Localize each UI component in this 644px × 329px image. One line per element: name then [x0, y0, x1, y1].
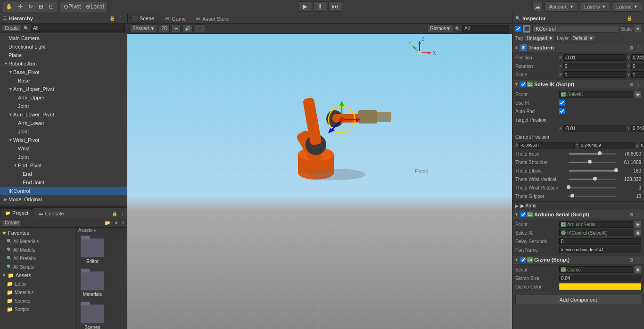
- project-create-button[interactable]: Create: [2, 219, 22, 226]
- tree-item-main-camera[interactable]: Main Camera: [0, 34, 127, 42]
- all-materials-item[interactable]: 🔍 All Materials: [0, 237, 75, 246]
- theta-elbow-slider[interactable]: [569, 170, 616, 172]
- theta-shoulder-slider[interactable]: [569, 162, 616, 163]
- gizmo-enabled-checkbox[interactable]: [520, 257, 526, 263]
- current-x-input[interactable]: [519, 142, 575, 148]
- local-button[interactable]: ⊕ Local: [84, 2, 106, 11]
- theta-wrist-v-slider[interactable]: [569, 179, 616, 180]
- transform-component-header[interactable]: ▼ ⊞ Transform ⚙ ⋮: [512, 43, 644, 52]
- assets-editor-item[interactable]: 📁 Editor: [0, 280, 75, 288]
- step-button[interactable]: ⏭: [328, 1, 342, 12]
- layers-dropdown[interactable]: Layers ▼: [580, 1, 610, 12]
- gizmo-script-select-button[interactable]: ◉: [635, 266, 641, 273]
- target-x-input[interactable]: [563, 125, 626, 132]
- asset-folder-scenes[interactable]: Scenes: [79, 303, 106, 329]
- target-y-input[interactable]: [631, 125, 644, 132]
- tree-item-plane[interactable]: Plane: [0, 51, 127, 59]
- gameobject-name-field[interactable]: [532, 25, 619, 33]
- tree-item-joint-1[interactable]: Joint: [0, 102, 127, 110]
- assets-root-item[interactable]: ▼ 📁 Assets: [0, 271, 75, 280]
- script-select-button[interactable]: ◉: [635, 91, 641, 98]
- theta-gripper-slider[interactable]: [569, 196, 616, 197]
- hierarchy-search-input[interactable]: [31, 25, 125, 32]
- theta-wrist-r-slider[interactable]: [569, 187, 616, 189]
- inspector-lock-button[interactable]: 🔒: [626, 15, 633, 21]
- static-dropdown-button[interactable]: ▼: [635, 25, 641, 32]
- assets-scripts-item[interactable]: 📁 Scripts: [0, 305, 75, 313]
- project-star-button[interactable]: ★: [113, 220, 119, 226]
- gameobject-active-checkbox[interactable]: [515, 26, 521, 32]
- theta-base-slider[interactable]: [569, 153, 616, 155]
- current-z-input[interactable]: [640, 142, 644, 148]
- tree-item-directional-light[interactable]: Directional Light: [0, 42, 127, 51]
- pos-x-input[interactable]: [563, 54, 626, 61]
- tree-item-arm-upper-pivot[interactable]: ▼ Arm_Upper_Pivot: [0, 85, 127, 93]
- all-scripts-item[interactable]: 🔍 All Scripts: [0, 263, 75, 271]
- assets-scenes-item[interactable]: 📁 Scenes: [0, 296, 75, 305]
- tag-dropdown[interactable]: Untagged ▼: [525, 35, 555, 42]
- project-folder-button[interactable]: 📂: [104, 220, 111, 226]
- rot-x-input[interactable]: [563, 63, 626, 69]
- effects-button[interactable]: ⬛: [195, 25, 205, 33]
- asset-folder-materials[interactable]: Materials: [79, 270, 106, 298]
- layout-dropdown[interactable]: Layout ▼: [612, 1, 642, 12]
- cloud-button[interactable]: ☁: [532, 2, 543, 11]
- lighting-button[interactable]: ☀: [172, 25, 181, 33]
- hierarchy-lock-button[interactable]: 🔒: [108, 15, 116, 21]
- gizmos-button[interactable]: Gizmos ▼: [428, 25, 453, 33]
- project-lock-button[interactable]: 🔒: [111, 211, 118, 217]
- project-menu-button[interactable]: ⋮: [119, 211, 126, 217]
- tree-item-robotic-arm[interactable]: ▼ Robotic Arm: [0, 59, 127, 68]
- scale-x-input[interactable]: [563, 71, 626, 78]
- arduino-script-select-button[interactable]: ◉: [635, 221, 641, 228]
- gizmo-component-header[interactable]: ▼ C# Gizmo (Script) ⚙ ⋮: [512, 255, 644, 264]
- tree-item-wrist[interactable]: Wrist: [0, 144, 127, 153]
- pause-button[interactable]: ⏸: [313, 1, 327, 12]
- tree-item-model-original[interactable]: ▶ Model Original: [0, 195, 127, 204]
- gizmo-size-input[interactable]: [559, 275, 641, 281]
- asset-folder-editor[interactable]: Editor: [79, 237, 106, 265]
- hierarchy-tree[interactable]: Main Camera Directional Light Plane ▼ Ro…: [0, 33, 127, 206]
- gizmo-settings-button[interactable]: ⚙: [628, 257, 635, 263]
- pos-y-input[interactable]: [631, 54, 644, 61]
- tree-item-arm-upper[interactable]: Arm_Upper: [0, 93, 127, 102]
- project-info-button[interactable]: ℹ: [121, 220, 125, 226]
- port-input[interactable]: [559, 247, 641, 253]
- play-button[interactable]: ▶: [298, 1, 312, 12]
- move-tool-button[interactable]: ✛: [16, 2, 25, 11]
- inspector-menu-button[interactable]: ⋮: [635, 15, 641, 21]
- auto-end-checkbox[interactable]: [559, 108, 565, 114]
- tree-item-arm-lower[interactable]: Arm_Lower: [0, 119, 127, 127]
- transform-menu-button[interactable]: ⋮: [636, 45, 642, 50]
- current-y-input[interactable]: [579, 142, 635, 148]
- tree-item-ikcontrol[interactable]: IKControl: [0, 187, 127, 195]
- tree-item-arm-lower-pivot[interactable]: ▼ Arm_Lower_Pivot: [0, 110, 127, 119]
- hand-tool-button[interactable]: ✋: [4, 2, 15, 11]
- add-component-button[interactable]: Add Component: [515, 295, 641, 305]
- favorites-header[interactable]: ★ Favorites: [0, 229, 75, 237]
- rect-tool-button[interactable]: ⊡: [47, 2, 56, 11]
- rotate-tool-button[interactable]: ↻: [26, 2, 35, 11]
- layer-dropdown[interactable]: Default ▼: [570, 35, 595, 42]
- hierarchy-create-button[interactable]: Create: [2, 25, 22, 32]
- all-models-item[interactable]: 🔍 All Models: [0, 246, 75, 254]
- tab-asset-store[interactable]: 🛍 Asset Store: [191, 14, 234, 23]
- rot-y-input[interactable]: [631, 63, 644, 69]
- gizmo-menu-button[interactable]: ⋮: [636, 257, 642, 263]
- use-ik-checkbox[interactable]: [559, 100, 565, 106]
- gizmo-color-swatch[interactable]: [559, 283, 641, 290]
- tree-item-base-pivot[interactable]: ▼ Base_Pivot: [0, 68, 127, 76]
- arduino-settings-button[interactable]: ⚙: [628, 212, 635, 217]
- solve-ik-component-header[interactable]: ▼ C# Solve IK (Script) ⚙ ⋮: [512, 80, 644, 89]
- tab-game[interactable]: 🎮 Game: [159, 14, 191, 23]
- solve-ik-settings-button[interactable]: ⚙: [628, 82, 635, 87]
- tab-project[interactable]: 📁 Project: [0, 208, 33, 218]
- transform-settings-button[interactable]: ⚙: [628, 45, 635, 50]
- tree-item-joint-3[interactable]: Joint: [0, 153, 127, 161]
- arduino-component-header[interactable]: ▼ C# Arduino Serial (Script) ⚙ ⋮: [512, 210, 644, 219]
- audio-button[interactable]: 🔊: [182, 25, 193, 33]
- tree-item-end[interactable]: End: [0, 170, 127, 178]
- all-prefabs-item[interactable]: 🔍 All Prefabs: [0, 254, 75, 263]
- tab-console[interactable]: ▬ Console: [33, 208, 69, 218]
- tree-item-wrist-pivot[interactable]: ▼ Wrist_Pivot: [0, 136, 127, 144]
